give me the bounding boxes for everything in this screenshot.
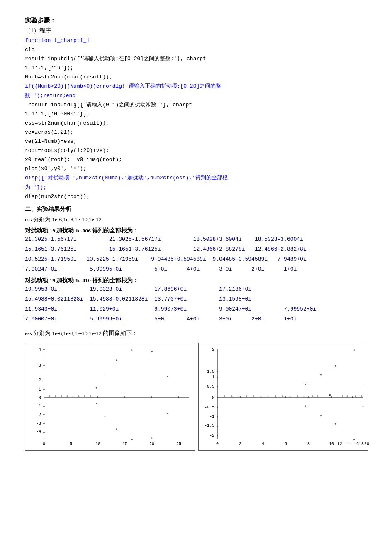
svg-text:*: *: [166, 376, 169, 380]
block2-line-4: 7.00007+0i 5.99999+0i 5+0i 4+0i 3+0i 2+0…: [25, 314, 367, 324]
svg-text:*: *: [346, 395, 348, 400]
svg-text:*: *: [60, 395, 63, 400]
svg-text:1: 1: [39, 387, 41, 392]
svg-text:-4: -4: [36, 429, 41, 434]
svg-text:*: *: [48, 395, 51, 400]
block2-lines: 19.9953+0i 19.0323+0i 17.8696+0i 17.2186…: [25, 284, 367, 324]
svg-text:*: *: [282, 395, 284, 400]
chart-left-svg: 4 3 2 1 0 -1 -2 -3 -4: [25, 343, 195, 451]
svg-text:*: *: [166, 413, 169, 417]
code-line-16: disp(['对扰动项 ',num2str(Numb),'加扰动',num2st…: [25, 175, 228, 181]
page-container: 实验步骤： （1）程序 function t_charpt1_1 clc res…: [25, 17, 367, 451]
svg-text:*: *: [329, 395, 331, 399]
svg-text:*: *: [303, 395, 305, 400]
svg-text:*: *: [260, 395, 262, 400]
svg-text:*: *: [274, 395, 277, 400]
code-line-1: function t_charpt1_1: [25, 37, 90, 44]
chart-container: 4 3 2 1 0 -1 -2 -3 -4: [25, 343, 367, 451]
svg-text:5: 5: [70, 442, 72, 446]
svg-text:*: *: [115, 428, 118, 433]
svg-text:10: 10: [95, 442, 100, 446]
block2-label: 对扰动项 19 加扰动 1e-010 得到的全部根为：: [25, 277, 367, 284]
svg-text:*: *: [115, 359, 118, 364]
svg-text:*: *: [104, 415, 106, 420]
svg-text:*: *: [334, 423, 337, 428]
svg-text:*: *: [131, 349, 133, 354]
svg-text:*: *: [334, 365, 337, 369]
svg-text:*: *: [151, 351, 153, 355]
svg-text:8: 8: [307, 442, 310, 446]
code-line-11: ve=zeros(1,21);: [25, 129, 73, 135]
code-line-18: disp(num2str(root));: [25, 193, 90, 200]
code-block: function t_charpt1_1 clc result=inputdlg…: [25, 36, 367, 201]
code-line-2: clc: [25, 46, 34, 53]
svg-text:*: *: [354, 395, 357, 400]
svg-text:0.5: 0.5: [207, 384, 214, 389]
analysis-section: 二、实验结果分析 ess 分别为 1e-6,1e-8,1e-10,1e-12. …: [25, 205, 367, 451]
code-line-3: result=inputdlg({'请输入扰动项:在[0 20]之间的整数:'}…: [25, 56, 206, 62]
svg-text:4: 4: [262, 442, 264, 446]
svg-text:-1: -1: [36, 404, 41, 408]
code-line-12: ve(21-Numb)=ess;: [25, 138, 77, 144]
svg-text:*: *: [83, 395, 86, 400]
svg-text:*: *: [89, 395, 92, 400]
svg-text:0: 0: [216, 442, 219, 446]
svg-text:*: *: [316, 395, 319, 400]
svg-text:18: 18: [359, 442, 364, 446]
svg-text:14: 14: [347, 442, 352, 446]
svg-text:3: 3: [39, 363, 41, 368]
svg-text:12: 12: [337, 442, 342, 446]
code-line-6: if((Numb>20)|(Numb<0))errordlg('请输入正确的扰动…: [25, 83, 221, 89]
section-heading: 实验步骤：: [25, 17, 367, 24]
svg-text:*: *: [131, 439, 133, 443]
svg-text:0: 0: [212, 396, 214, 400]
svg-text:*: *: [320, 415, 322, 419]
svg-text:*: *: [320, 374, 322, 379]
svg-text:-2: -2: [36, 413, 41, 417]
svg-text:*: *: [353, 439, 355, 443]
svg-text:-0.5: -0.5: [205, 405, 214, 410]
analysis-title: 二、实验结果分析: [25, 205, 367, 213]
svg-text:1.5: 1.5: [207, 369, 214, 374]
svg-text:0: 0: [39, 396, 41, 400]
svg-text:*: *: [238, 395, 240, 400]
svg-text:-2: -2: [209, 433, 214, 438]
code-line-10: ess=str2num(char(result));: [25, 120, 109, 126]
svg-text:2: 2: [39, 378, 41, 382]
block1-line-2: 15.1651+3.76125i 15.1651-3.76125i 12.486…: [25, 244, 367, 254]
svg-text:*: *: [54, 395, 57, 400]
svg-text:0: 0: [43, 442, 45, 446]
svg-text:*: *: [95, 403, 98, 407]
block2-line-2: 15.4988+0.0211828i 15.4988-0.0211828i 13…: [25, 294, 367, 304]
svg-text:*: *: [231, 395, 233, 400]
svg-text:*: *: [362, 405, 364, 410]
svg-text:*: *: [95, 387, 98, 391]
svg-text:*: *: [341, 395, 344, 400]
svg-text:20: 20: [149, 442, 154, 446]
svg-text:20: 20: [364, 442, 369, 446]
block1-line-4: 7.00247+0i 5.99995+0i 5+0i 4+0i 3+0i 2+0…: [25, 264, 367, 274]
analysis-intro: ess 分别为 1e-6,1e-8,1e-10,1e-12.: [25, 215, 367, 225]
svg-text:10: 10: [329, 442, 334, 446]
block1-line-1: 21.3025+1.56717i 21.3025-1.56717i 18.502…: [25, 235, 367, 244]
code-line-9: 1_1',1,{'0.00001'});: [25, 111, 90, 117]
svg-text:4: 4: [39, 347, 41, 352]
chart-left: 4 3 2 1 0 -1 -2 -3 -4: [25, 343, 195, 451]
code-line-8: result=inputdlg({'请输入(0 1)之间的扰动常数:'},'ch…: [25, 102, 192, 108]
code-line-4: 1_1',1,{'19'});: [25, 65, 73, 71]
block1-line-3: 10.5225+1.71959i 10.5225-1.71959i 9.0448…: [25, 254, 367, 264]
svg-text:*: *: [360, 395, 363, 400]
svg-text:*: *: [72, 395, 74, 400]
chart-right-svg: 2 1.5 1 0.5 0 -0.5 -1 -1.5 -2: [199, 343, 369, 451]
svg-text:2: 2: [239, 442, 241, 446]
svg-text:2: 2: [212, 347, 214, 352]
svg-text:*: *: [252, 395, 255, 400]
svg-text:-1: -1: [209, 414, 214, 419]
svg-text:*: *: [296, 395, 299, 400]
block1-lines: 21.3025+1.56717i 21.3025-1.56717i 18.502…: [25, 235, 367, 274]
block2-line-3: 11.9343+0i 11.029+0i 9.99073+0i 9.00247+…: [25, 304, 367, 314]
svg-text:1: 1: [212, 375, 214, 379]
svg-text:*: *: [104, 374, 106, 378]
code-line-7: 数!');return;end: [25, 93, 75, 99]
svg-text:-1.5: -1.5: [205, 423, 214, 428]
